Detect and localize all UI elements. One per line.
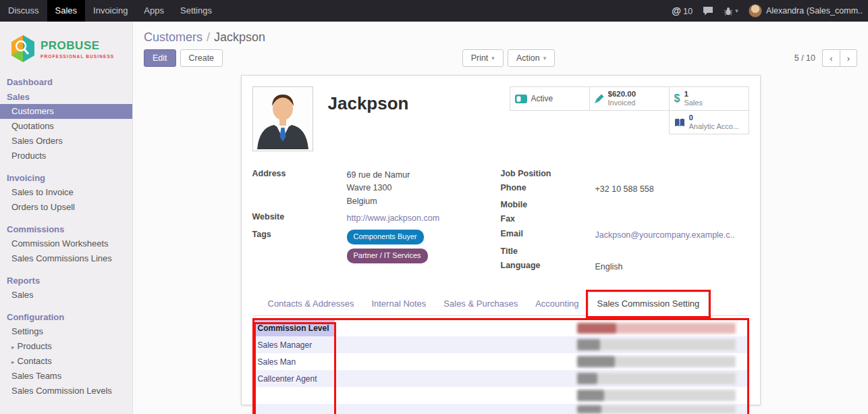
address-line-1: 69 rue de Namur xyxy=(347,169,410,182)
dollar-icon: $ xyxy=(674,93,680,105)
edit-button[interactable]: Edit xyxy=(144,49,176,67)
record-pager: 5 / 10 ‹ › xyxy=(794,49,857,67)
tab-sales-commission-setting[interactable]: Sales Commission Setting xyxy=(588,292,709,316)
breadcrumb-separator: / xyxy=(207,30,210,44)
print-dropdown[interactable]: Print ▾ xyxy=(462,49,504,67)
sidebar-item-sales-commission-levels[interactable]: Sales Commission Levels xyxy=(0,384,132,398)
commission-row-empty[interactable] xyxy=(254,387,747,404)
tab-sales-purchases[interactable]: Sales & Purchases xyxy=(435,292,526,315)
email-label: Email xyxy=(501,229,595,242)
address-label: Address xyxy=(252,169,347,208)
tags-label: Tags xyxy=(252,230,347,267)
sidebar-item-sales-orders[interactable]: Sales Orders xyxy=(0,134,132,149)
pager-previous-button[interactable]: ‹ xyxy=(822,49,840,67)
pencil-icon xyxy=(595,94,604,103)
sidebar-item-reports-sales[interactable]: Sales xyxy=(0,288,132,303)
mobile-label: Mobile xyxy=(501,200,595,211)
breadcrumb-current: Jackpson xyxy=(214,30,265,44)
tag-components-buyer: Components Buyer xyxy=(347,230,424,244)
customer-photo[interactable] xyxy=(252,86,313,151)
address-line-3: Belgium xyxy=(347,195,410,208)
pager-count[interactable]: 5 / 10 xyxy=(794,53,815,63)
logo-subtitle: PROFESSIONAL BUSINESS xyxy=(40,54,114,59)
topbar-menu-discuss[interactable]: Discuss xyxy=(0,0,47,22)
sidebar-item-config-contacts[interactable]: ▸Contacts xyxy=(0,354,132,369)
sidebar-item-label: Contacts xyxy=(18,356,52,366)
topbar-menu-apps[interactable]: Apps xyxy=(136,0,172,22)
redacted-cell-blur xyxy=(577,405,736,413)
website-link[interactable]: http://www.jackpson.com xyxy=(347,213,440,223)
sidebar-item-products[interactable]: Products xyxy=(0,149,132,163)
sidebar-item-config-products[interactable]: ▸Products xyxy=(0,339,132,354)
debug-menu[interactable]: ▾ xyxy=(724,6,738,16)
email-link[interactable]: Jackpson@yourcompany.example.c.. xyxy=(595,230,735,240)
breadcrumb-customers[interactable]: Customers xyxy=(144,30,202,44)
mentions-counter[interactable]: @ 10 xyxy=(672,5,693,16)
topbar-menu-invoicing[interactable]: Invoicing xyxy=(85,0,136,22)
tab-accounting[interactable]: Accounting xyxy=(526,292,587,315)
stat-button-sales[interactable]: $ 1 Sales xyxy=(669,86,749,111)
sidebar-section-invoicing[interactable]: Invoicing xyxy=(0,170,132,185)
commission-row-sales-man[interactable]: Sales Man xyxy=(254,353,747,370)
redacted-cell-blur xyxy=(577,339,736,351)
commission-level-cell xyxy=(254,408,335,411)
sidebar-item-customers[interactable]: Customers xyxy=(0,104,132,119)
probuse-logo[interactable]: PROBUSE PROFESSIONAL BUSINESS xyxy=(0,30,132,74)
form-fields: Address 69 rue de Namur Wavre 1300 Belgi… xyxy=(252,169,749,277)
redacted-header-blur xyxy=(577,323,736,334)
sidebar-item-sales-commissions-lines[interactable]: Sales Commissions Lines xyxy=(0,251,132,266)
fax-label: Fax xyxy=(501,214,595,225)
tag-partner-it-services: Partner / IT Services xyxy=(347,249,428,263)
action-dropdown[interactable]: Action ▾ xyxy=(508,49,555,67)
breadcrumb: Customers/Jackpson xyxy=(133,22,868,46)
stat-label: Active xyxy=(531,94,553,103)
stat-label: Analytic Acco... xyxy=(689,122,740,132)
tab-internal-notes[interactable]: Internal Notes xyxy=(362,292,435,315)
person-avatar-image xyxy=(254,88,311,149)
messages-icon[interactable] xyxy=(703,6,713,16)
language-value: English xyxy=(595,261,623,274)
topbar-menu-settings[interactable]: Settings xyxy=(172,0,220,22)
language-label: Language xyxy=(501,261,595,274)
stat-button-analytic-accounts[interactable]: 0 Analytic Acco... xyxy=(669,110,749,134)
sidebar-section-commissions[interactable]: Commissions xyxy=(0,222,132,236)
stat-button-invoiced[interactable]: $620.00 Invoiced xyxy=(589,86,670,111)
sidebar-item-quotations[interactable]: Quotations xyxy=(0,119,132,134)
chevron-right-icon: ▸ xyxy=(11,359,15,365)
user-avatar xyxy=(749,4,762,18)
commission-row-callcenter-agent[interactable]: Callcenter Agent xyxy=(254,370,747,387)
address-line-2: Wavre 1300 xyxy=(347,182,410,195)
book-icon xyxy=(674,118,685,127)
tags-value: Components Buyer Partner / IT Services xyxy=(347,230,428,267)
notebook-tabs: Contacts & Addresses Internal Notes Sale… xyxy=(252,292,749,316)
create-button[interactable]: Create xyxy=(180,49,223,67)
stat-button-active[interactable]: Active xyxy=(510,86,590,111)
phone-value: +32 10 588 558 xyxy=(595,183,654,196)
pager-next-button[interactable]: › xyxy=(840,49,857,67)
stat-value: 0 xyxy=(689,113,740,122)
sidebar-item-commission-worksheets[interactable]: Commission Worksheets xyxy=(0,236,132,251)
sidebar-section-dashboard[interactable]: Dashboard xyxy=(0,74,132,89)
commission-level-cell: Sales Man xyxy=(254,356,335,368)
sidebar-item-config-settings[interactable]: Settings xyxy=(0,324,132,339)
tab-contacts-addresses[interactable]: Contacts & Addresses xyxy=(259,292,363,315)
redacted-cell-blur xyxy=(577,356,736,367)
user-menu[interactable]: Alexandra (Sales_comm.. xyxy=(749,4,863,18)
sidebar-section-reports[interactable]: Reports xyxy=(0,273,132,288)
topbar-systray: @ 10 ▾ Alexandra (Sales_comm.. xyxy=(672,0,868,22)
sidebar-section-configuration[interactable]: Configuration xyxy=(0,309,132,324)
at-icon: @ xyxy=(672,5,681,16)
sidebar-item-sales-teams[interactable]: Sales Teams xyxy=(0,369,132,384)
logo-hexagon-icon xyxy=(9,34,36,63)
topbar-menu-sales[interactable]: Sales xyxy=(47,0,86,22)
sidebar-item-orders-to-upsell[interactable]: Orders to Upsell xyxy=(0,200,132,215)
sidebar-section-sales[interactable]: Sales xyxy=(0,89,132,104)
caret-down-icon: ▾ xyxy=(735,7,738,14)
bug-icon xyxy=(724,6,733,16)
commission-table: Commission Level Sales Manager Sales Man… xyxy=(252,318,749,414)
caret-down-icon: ▾ xyxy=(491,55,495,61)
sidebar-item-sales-to-invoice[interactable]: Sales to Invoice xyxy=(0,185,132,200)
commission-row-empty[interactable] xyxy=(254,404,747,414)
stat-value: 1 xyxy=(684,89,703,99)
commission-row-sales-manager[interactable]: Sales Manager xyxy=(254,336,747,353)
